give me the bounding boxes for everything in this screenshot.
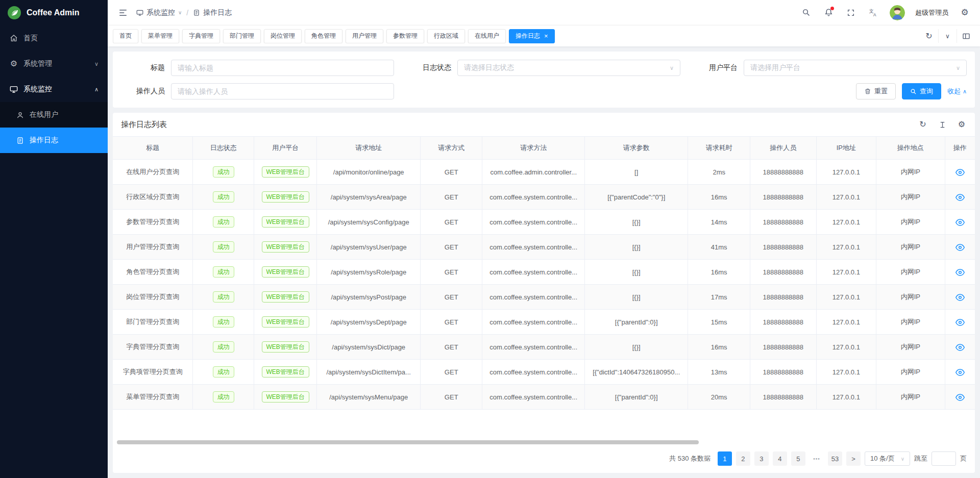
- breadcrumb-separator: /: [186, 9, 188, 17]
- table-row: 用户管理分页查询 成功 WEB管理后台 /api/system/sysUser/…: [113, 235, 975, 260]
- sidebar-item-home[interactable]: 首页: [0, 26, 108, 51]
- view-detail-eye-icon[interactable]: [955, 369, 965, 376]
- tab[interactable]: 用户管理: [346, 29, 383, 43]
- collapse-sidebar-icon[interactable]: [117, 7, 129, 19]
- cell-params: [{}]: [584, 285, 688, 310]
- tab-close-icon[interactable]: ×: [544, 33, 548, 39]
- next-page-button[interactable]: >: [846, 451, 861, 466]
- search-icon[interactable]: [800, 7, 812, 19]
- operator-filter-input[interactable]: [171, 83, 394, 99]
- username[interactable]: 超级管理员: [915, 8, 948, 17]
- horizontal-scrollbar-thumb[interactable]: [117, 440, 699, 444]
- cell-operator: 18888888888: [750, 185, 816, 210]
- horizontal-scrollbar: [116, 439, 972, 445]
- platform-badge: WEB管理后台: [262, 391, 309, 402]
- platform-filter-select[interactable]: 请选择用户平台 ∨: [744, 60, 967, 76]
- sidebar-item-operation-log[interactable]: 操作日志: [0, 128, 108, 153]
- tab[interactable]: 菜单管理: [141, 29, 179, 43]
- query-button[interactable]: 查询: [902, 83, 941, 99]
- platform-badge: WEB管理后台: [262, 241, 309, 253]
- page-button[interactable]: 2: [736, 451, 750, 466]
- cell-handler: com.coffee.system.controlle...: [482, 260, 584, 285]
- refresh-icon[interactable]: ↻: [918, 119, 928, 130]
- brand-logo[interactable]: Coffee Admin: [0, 0, 108, 26]
- tab[interactable]: 岗位管理: [264, 29, 302, 43]
- page-button[interactable]: 1: [718, 451, 732, 466]
- cell-title: 字典项管理分页查询: [113, 360, 193, 385]
- density-icon[interactable]: [937, 119, 947, 130]
- cell-ip: 127.0.0.1: [816, 260, 876, 285]
- layout-icon[interactable]: [957, 29, 975, 43]
- tab[interactable]: 首页: [113, 29, 138, 43]
- cell-params: [{}]: [584, 260, 688, 285]
- fullscreen-icon[interactable]: [845, 7, 857, 19]
- cell-operator: 18888888888: [750, 260, 816, 285]
- breadcrumb-label: 系统监控: [146, 8, 175, 17]
- cell-location: 内网IP: [876, 335, 945, 360]
- platform-badge: WEB管理后台: [262, 191, 309, 203]
- svg-text:A: A: [873, 12, 876, 17]
- view-detail-eye-icon[interactable]: [955, 269, 965, 276]
- cell-params: []: [584, 160, 688, 185]
- avatar[interactable]: [890, 5, 905, 20]
- page-button[interactable]: 3: [754, 451, 769, 466]
- cell-location: 内网IP: [876, 210, 945, 235]
- view-detail-eye-icon[interactable]: [955, 394, 965, 401]
- page-size-select[interactable]: 10 条/页 ∨: [865, 451, 910, 466]
- jump-page-input[interactable]: [932, 451, 956, 466]
- notification-bell-icon[interactable]: [822, 7, 835, 19]
- tab-actions-chevron-icon[interactable]: ∨: [938, 29, 957, 43]
- cell-location: 内网IP: [876, 310, 945, 335]
- tab[interactable]: 参数管理: [386, 29, 424, 43]
- cell-duration: 20ms: [688, 385, 750, 410]
- cell-operator: 18888888888: [750, 335, 816, 360]
- tab[interactable]: 操作日志 ×: [509, 29, 555, 43]
- status-filter-select[interactable]: 请选择日志状态 ∨: [457, 60, 680, 76]
- app-root: Coffee Admin 首页 ⚙ 系统管理 ∨ 系统监控 ∧: [0, 0, 980, 478]
- cell-location: 内网IP: [876, 385, 945, 410]
- status-badge: 成功: [213, 316, 234, 328]
- collapse-filters-link[interactable]: 收起 ∧: [947, 87, 967, 96]
- cell-handler: com.coffee.system.controlle...: [482, 285, 584, 310]
- refresh-icon[interactable]: ↻: [920, 29, 938, 43]
- view-detail-eye-icon[interactable]: [955, 319, 965, 326]
- reset-button[interactable]: 重置: [856, 83, 896, 99]
- platform-badge: WEB管理后台: [262, 216, 309, 228]
- view-detail-eye-icon[interactable]: [955, 294, 965, 301]
- translate-icon[interactable]: 文A: [867, 7, 879, 19]
- sidebar-item-system-monitor[interactable]: 系统监控 ∧: [0, 77, 108, 102]
- gear-icon[interactable]: ⚙: [959, 7, 971, 19]
- sidebar-item-online-users[interactable]: 在线用户: [0, 102, 108, 128]
- view-detail-eye-icon[interactable]: [955, 244, 965, 251]
- page-button[interactable]: 5: [791, 451, 805, 466]
- view-detail-eye-icon[interactable]: [955, 219, 965, 226]
- column-header: 操作地点: [876, 137, 945, 160]
- tab-label: 部门管理: [230, 32, 254, 40]
- column-header: 标题: [113, 137, 193, 160]
- cell-action: [945, 385, 975, 410]
- view-detail-eye-icon[interactable]: [955, 344, 965, 351]
- breadcrumb-item-monitor[interactable]: 系统监控 ∨: [136, 8, 182, 17]
- table-row: 行政区域分页查询 成功 WEB管理后台 /api/system/sysArea/…: [113, 185, 975, 210]
- pagination-ellipsis[interactable]: •••: [810, 451, 824, 466]
- title-filter-input[interactable]: [171, 60, 394, 76]
- tab-label: 首页: [119, 32, 132, 40]
- filter-panel: 标题 日志状态 请选择日志状态 ∨ 用户平台 请选择用户平台: [113, 52, 975, 108]
- cell-action: [945, 160, 975, 185]
- tab[interactable]: 字典管理: [182, 29, 220, 43]
- column-settings-gear-icon[interactable]: ⚙: [957, 119, 967, 130]
- cell-params: [{}]: [584, 210, 688, 235]
- operator-filter-field: 操作人员: [121, 83, 394, 99]
- page-button[interactable]: 53: [828, 451, 842, 466]
- page-button[interactable]: 4: [773, 451, 787, 466]
- cell-action: [945, 335, 975, 360]
- view-detail-eye-icon[interactable]: [955, 169, 965, 176]
- sidebar-item-system-mgmt[interactable]: ⚙ 系统管理 ∨: [0, 51, 108, 77]
- cell-action: [945, 310, 975, 335]
- view-detail-eye-icon[interactable]: [955, 194, 965, 201]
- tab[interactable]: 角色管理: [305, 29, 342, 43]
- tab[interactable]: 在线用户: [468, 29, 506, 43]
- tab[interactable]: 部门管理: [223, 29, 261, 43]
- cell-url: /api/system/sysConfig/page: [317, 210, 421, 235]
- tab[interactable]: 行政区域: [427, 29, 465, 43]
